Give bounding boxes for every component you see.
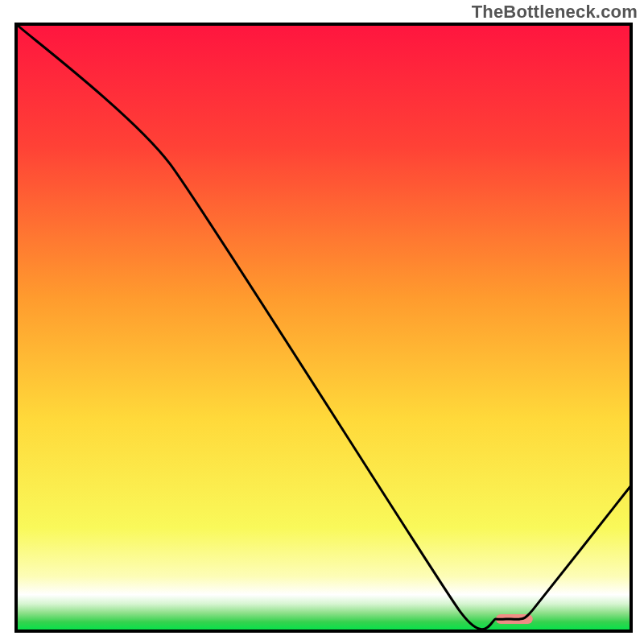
plot-background (16, 24, 631, 631)
bottleneck-chart (0, 0, 644, 644)
chart-container: TheBottleneck.com (0, 0, 644, 644)
watermark-text: TheBottleneck.com (472, 2, 638, 23)
